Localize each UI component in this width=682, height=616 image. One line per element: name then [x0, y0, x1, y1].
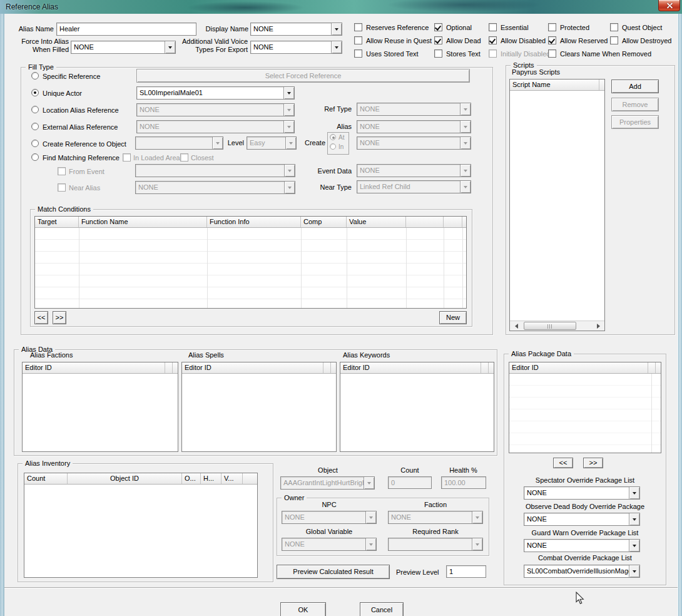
scrollbar-track[interactable] [520, 321, 594, 331]
column-h[interactable]: H... [201, 473, 221, 484]
alias-spells-body[interactable] [182, 374, 336, 451]
column-editor-id[interactable]: Editor ID [23, 362, 165, 373]
column-blank[interactable] [323, 362, 331, 373]
add-script-button[interactable]: Add [611, 80, 659, 93]
script-properties-button[interactable]: Properties [611, 115, 659, 129]
near-alias-dropdown[interactable]: NONE [135, 181, 295, 194]
from-event-dropdown[interactable] [135, 164, 295, 177]
match-conditions-body[interactable] [35, 228, 466, 308]
dropdown-arrow-icon[interactable] [284, 165, 295, 177]
in-loaded-area-checkbox[interactable] [123, 153, 131, 162]
dropdown-arrow-icon[interactable] [283, 87, 294, 99]
alias-name-input[interactable]: Healer [56, 23, 196, 36]
create-in-dropdown[interactable]: NONE [357, 136, 471, 150]
column-editor-id[interactable]: Editor ID [182, 362, 323, 373]
dropdown-arrow-icon[interactable] [283, 121, 294, 133]
observe-dead-body-dropdown[interactable]: NONE [524, 513, 640, 526]
event-data-dropdown[interactable]: NONE [357, 164, 471, 177]
column-v[interactable]: V... [221, 473, 243, 484]
dropdown-arrow-icon[interactable] [472, 538, 482, 550]
condition-next-button[interactable]: >> [53, 311, 66, 324]
create-reference-dropdown[interactable] [135, 136, 223, 150]
dropdown-arrow-icon[interactable] [460, 137, 471, 149]
combat-override-dropdown[interactable]: SL00CombatOverrideIllusionMage [524, 565, 640, 578]
dropdown-arrow-icon[interactable] [365, 511, 376, 523]
essential-checkbox[interactable] [489, 23, 497, 31]
alias-dropdown[interactable]: NONE [357, 120, 471, 133]
match-conditions-table[interactable]: Target Function Name Function Info Comp … [34, 216, 467, 309]
dropdown-arrow-icon[interactable] [364, 477, 374, 489]
dropdown-arrow-icon[interactable] [460, 103, 471, 115]
package-next-button[interactable]: >> [583, 458, 603, 468]
column-blank-2[interactable] [444, 217, 462, 227]
npc-dropdown[interactable]: NONE [282, 511, 377, 524]
allow-dead-checkbox[interactable] [434, 36, 442, 44]
dropdown-arrow-icon[interactable] [472, 511, 482, 523]
package-prev-button[interactable]: << [553, 458, 573, 468]
preview-calculated-result-button[interactable]: Preview Calculated Result [277, 565, 390, 579]
external-alias-dropdown[interactable]: NONE [136, 120, 295, 133]
scrollbar-thumb[interactable] [524, 322, 576, 330]
near-alias-checkbox[interactable] [58, 183, 66, 192]
dropdown-arrow-icon[interactable] [460, 121, 471, 133]
optional-checkbox[interactable] [434, 23, 442, 31]
dropdown-arrow-icon[interactable] [365, 538, 376, 550]
column-blank[interactable] [481, 362, 489, 373]
unique-actor-radio[interactable] [31, 89, 39, 96]
match-conditions-header[interactable]: Target Function Name Function Info Comp … [35, 217, 466, 228]
column-o[interactable]: O... [182, 473, 201, 484]
column-object-id[interactable]: Object ID [68, 473, 182, 484]
alias-keywords-body[interactable] [340, 374, 494, 451]
initially-disabled-checkbox[interactable] [489, 49, 497, 58]
faction-dropdown[interactable]: NONE [388, 511, 483, 524]
dropdown-arrow-icon[interactable] [331, 41, 342, 53]
remove-script-button[interactable]: Remove [611, 98, 659, 111]
alias-factions-header[interactable]: Editor ID [23, 362, 178, 374]
column-blank-1[interactable] [406, 217, 444, 227]
guard-warn-dropdown[interactable]: NONE [524, 539, 640, 552]
alias-factions-body[interactable] [23, 374, 178, 451]
dropdown-arrow-icon[interactable] [285, 137, 296, 149]
dropdown-arrow-icon[interactable] [629, 513, 639, 525]
voice-types-dropdown[interactable]: NONE [250, 41, 342, 54]
alias-package-list[interactable]: Editor ID [509, 362, 661, 453]
reserves-reference-checkbox[interactable] [354, 23, 362, 31]
alias-spells-list[interactable]: Editor ID [181, 362, 337, 452]
dropdown-arrow-icon[interactable] [629, 540, 639, 552]
unique-actor-dropdown[interactable]: SL00ImperialMale01 [136, 86, 295, 100]
location-alias-radio[interactable] [31, 106, 39, 113]
count-field[interactable]: 0 [388, 476, 432, 489]
column-function-name[interactable]: Function Name [79, 217, 207, 227]
dropdown-arrow-icon[interactable] [331, 23, 342, 35]
quest-object-checkbox[interactable] [610, 23, 618, 31]
health-field[interactable]: 100.00 [441, 476, 486, 489]
column-count[interactable]: Count [24, 473, 68, 484]
cancel-button[interactable]: Cancel [360, 602, 404, 616]
allow-reserved-checkbox[interactable] [548, 36, 556, 44]
column-comp[interactable]: Comp [301, 217, 347, 227]
spectator-override-dropdown[interactable]: NONE [524, 486, 640, 500]
allow-disabled-checkbox[interactable] [489, 36, 497, 44]
alias-inventory-header[interactable]: Count Object ID O... H... V... [24, 473, 257, 485]
find-matching-radio[interactable] [31, 153, 39, 161]
select-forced-reference-button[interactable]: Select Forced Reference [136, 69, 470, 83]
location-alias-dropdown[interactable]: NONE [136, 103, 295, 116]
uses-stored-text-checkbox[interactable] [354, 49, 362, 58]
column-editor-id[interactable]: Editor ID [340, 362, 481, 373]
from-event-checkbox[interactable] [58, 167, 66, 175]
dropdown-arrow-icon[interactable] [629, 487, 639, 499]
script-list-header[interactable]: Script Name [510, 80, 604, 91]
closest-checkbox[interactable] [180, 153, 188, 162]
condition-prev-button[interactable]: << [34, 311, 48, 324]
column-target[interactable]: Target [35, 217, 79, 227]
close-button[interactable] [658, 0, 680, 11]
title-bar[interactable]: Reference Alias [0, 0, 682, 14]
scroll-right-icon[interactable] [594, 321, 604, 331]
ok-button[interactable]: OK [280, 602, 326, 616]
near-type-dropdown[interactable]: Linked Ref Child [357, 180, 471, 193]
alias-spells-header[interactable]: Editor ID [182, 362, 336, 374]
create-in-radio[interactable] [330, 143, 336, 150]
display-name-dropdown[interactable]: NONE [250, 23, 342, 36]
scroll-left-icon[interactable] [510, 321, 520, 331]
column-script-name[interactable]: Script Name [510, 80, 599, 90]
